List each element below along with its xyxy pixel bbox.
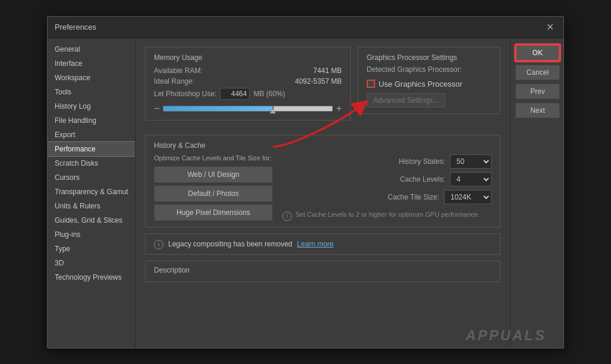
cache-levels-row: Cache Levels: 4 <box>282 172 492 186</box>
memory-title: Memory Usage <box>154 53 342 62</box>
ideal-range-row: Ideal Range: 4092-5357 MB <box>154 77 342 86</box>
cache-tile-select[interactable]: 1024K <box>444 190 492 204</box>
ideal-range-value: 4092-5357 MB <box>295 77 342 86</box>
sidebar-item-tools[interactable]: Tools <box>48 85 135 99</box>
description-section: Description <box>145 261 500 282</box>
main-content: Memory Usage Available RAM: 7441 MB Idea… <box>136 39 510 348</box>
sidebar-item-tech-previews[interactable]: Technology Previews <box>48 270 135 284</box>
legacy-text: Legacy compositing has been removed <box>168 240 292 248</box>
top-row: Memory Usage Available RAM: 7441 MB Idea… <box>145 47 500 128</box>
slider-minus-icon[interactable]: − <box>154 103 159 114</box>
gpu-section: Graphics Processor Settings Detected Gra… <box>358 47 500 128</box>
sidebar-item-file-handling[interactable]: File Handling <box>48 113 135 128</box>
dialog-body: General Interface Workspace Tools Histor… <box>48 39 563 348</box>
available-ram-value: 7441 MB <box>313 67 342 75</box>
sidebar-item-performance[interactable]: Performance <box>48 142 135 156</box>
history-states-row: History States: 50 <box>282 154 492 169</box>
ideal-range-label: Ideal Range: <box>154 77 194 86</box>
cache-info-row: i Set Cache Levels to 2 or higher for op… <box>282 210 492 221</box>
memory-slider-row: − + <box>154 103 342 114</box>
gpu-box: Graphics Processor Settings Detected Gra… <box>358 47 500 114</box>
gpu-detected-label: Detected Graphics Processor: <box>367 65 492 74</box>
slider-plus-icon[interactable]: + <box>336 103 342 114</box>
learn-more-link[interactable]: Learn more <box>297 240 333 248</box>
right-buttons: OK Cancel Prev Next <box>510 39 563 348</box>
history-title: History & Cache <box>154 141 492 150</box>
slider-fill <box>163 106 273 111</box>
let-ps-input[interactable] <box>220 88 250 100</box>
sidebar-item-units-rulers[interactable]: Units & Rulers <box>48 199 135 213</box>
cache-levels-label: Cache Levels: <box>400 175 445 183</box>
preferences-dialog: Preferences ✕ General Interface Workspac… <box>47 16 564 349</box>
cache-tile-row: Cache Tile Size: 1024K <box>282 190 492 204</box>
memory-box: Memory Usage Available RAM: 7441 MB Idea… <box>145 47 351 121</box>
history-states-select[interactable]: 50 <box>450 154 492 169</box>
let-ps-label: Let Photoshop Use: <box>154 90 216 98</box>
sidebar-item-transparency-gamut[interactable]: Transparency & Gamut <box>48 185 135 199</box>
optimize-label: Optimize Cache Levels and Tile Size for: <box>154 154 273 162</box>
sidebar-item-general[interactable]: General <box>48 42 135 56</box>
info-icon: i <box>282 211 292 221</box>
sidebar-item-type[interactable]: Type <box>48 242 135 256</box>
close-button[interactable]: ✕ <box>544 21 556 33</box>
cache-tile-label: Cache Tile Size: <box>388 193 439 201</box>
use-gpu-row: Use Graphics Processor <box>367 80 492 88</box>
sidebar-item-export[interactable]: Export <box>48 128 135 142</box>
sidebar-item-workspace[interactable]: Workspace <box>48 71 135 85</box>
prev-button[interactable]: Prev <box>515 84 560 99</box>
history-section: History & Cache Optimize Cache Levels an… <box>145 135 500 227</box>
available-ram-label: Available RAM: <box>154 67 203 75</box>
history-body: Optimize Cache Levels and Tile Size for:… <box>154 154 492 221</box>
legacy-row: i Legacy compositing has been removed Le… <box>145 233 500 255</box>
cache-info-text: Set Cache Levels to 2 or higher for opti… <box>295 210 480 219</box>
use-gpu-checkbox[interactable] <box>367 80 375 88</box>
advanced-settings-button[interactable]: Advanced Settings... <box>367 93 445 107</box>
dialog-title: Preferences <box>55 23 96 31</box>
available-ram-row: Available RAM: 7441 MB <box>154 67 342 75</box>
next-button[interactable]: Next <box>515 103 560 118</box>
sidebar-item-guides-grid[interactable]: Guides, Grid & Slices <box>48 213 135 227</box>
history-states-label: History States: <box>399 157 445 166</box>
cancel-button[interactable]: Cancel <box>515 65 560 80</box>
let-ps-pct: MB (60%) <box>253 90 285 98</box>
cache-levels-select[interactable]: 4 <box>450 172 492 186</box>
gpu-title: Graphics Processor Settings <box>367 53 492 62</box>
sidebar-item-3d[interactable]: 3D <box>48 256 135 270</box>
slider-handle[interactable] <box>270 109 276 113</box>
sidebar-item-history-log[interactable]: History Log <box>48 99 135 113</box>
huge-pixel-button[interactable]: Huge Pixel Dimensions <box>154 204 273 221</box>
sidebar-item-cursors[interactable]: Cursors <box>48 170 135 185</box>
sidebar-item-interface[interactable]: Interface <box>48 56 135 71</box>
memory-slider-track[interactable] <box>163 106 332 112</box>
sidebar: General Interface Workspace Tools Histor… <box>48 39 136 348</box>
history-settings-col: History States: 50 Cache Levels: 4 <box>282 154 492 221</box>
legacy-info-icon: i <box>154 240 163 249</box>
default-photos-button[interactable]: Default / Photos <box>154 185 273 202</box>
let-ps-row: Let Photoshop Use: MB (60%) <box>154 88 342 100</box>
memory-section: Memory Usage Available RAM: 7441 MB Idea… <box>145 47 351 128</box>
use-gpu-label: Use Graphics Processor <box>379 80 462 88</box>
web-ui-design-button[interactable]: Web / UI Design <box>154 166 273 183</box>
slider-remaining <box>273 106 332 111</box>
sidebar-item-plugins[interactable]: Plug-ins <box>48 227 135 242</box>
description-title: Description <box>154 266 492 274</box>
sidebar-item-scratch-disks[interactable]: Scratch Disks <box>48 156 135 170</box>
ok-button[interactable]: OK <box>515 45 560 61</box>
cache-buttons-col: Optimize Cache Levels and Tile Size for:… <box>154 154 273 221</box>
title-bar: Preferences ✕ <box>48 17 563 39</box>
